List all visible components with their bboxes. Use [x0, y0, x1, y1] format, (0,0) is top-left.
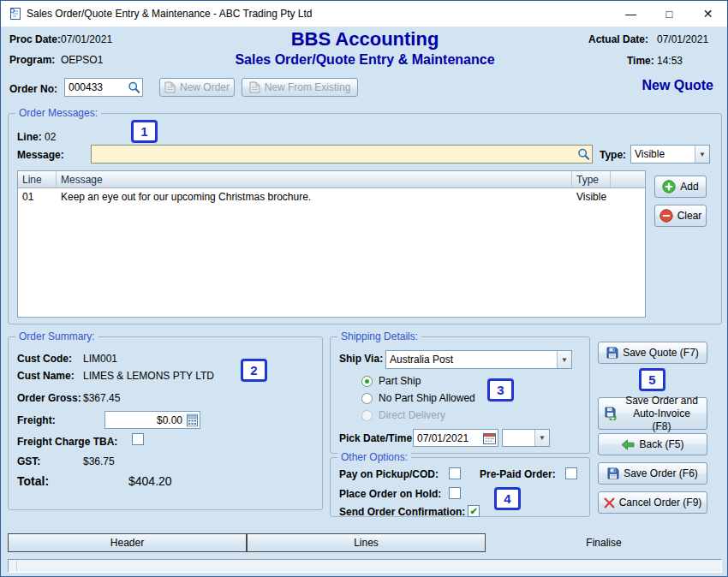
- ship-via-dropdown[interactable]: Australia Post ▼: [385, 350, 572, 369]
- back-button-label: Back (F5): [639, 438, 683, 450]
- search-icon[interactable]: [577, 148, 590, 161]
- cust-code-label: Cust Code:: [17, 353, 72, 365]
- add-button[interactable]: Add: [654, 175, 707, 198]
- tab-header-label: Header: [110, 537, 144, 549]
- radio-no-part-ship[interactable]: [361, 393, 373, 404]
- app-window: Sales Order/Quote Entry & Maintenance - …: [0, 0, 728, 577]
- minus-circle-icon: [659, 209, 673, 223]
- pay-on-pickup-checkbox[interactable]: [449, 467, 461, 479]
- x-icon: [604, 497, 615, 509]
- row-message-value: Keep an eye out for our upcoming Christm…: [57, 191, 572, 203]
- freight-tba-label: Freight Charge TBA:: [17, 436, 117, 448]
- line-label: Line:: [17, 131, 42, 143]
- table-row[interactable]: 01 Keep an eye out for our upcoming Chri…: [18, 188, 645, 205]
- new-order-label: New Order: [180, 81, 230, 93]
- radio-direct-delivery: [361, 410, 373, 421]
- app-subtitle: Sales Order/Quote Entry & Maintenance: [1, 52, 728, 68]
- tab-finalise-label: Finalise: [586, 537, 621, 549]
- line-value: 02: [45, 131, 56, 143]
- clear-button[interactable]: Clear: [654, 205, 707, 227]
- annotation-1: 1: [131, 120, 158, 143]
- actual-date-label: Actual Date:: [588, 33, 648, 45]
- order-on-hold-label: Place Order on Hold:: [339, 488, 441, 500]
- close-icon: ✕: [703, 7, 713, 21]
- chevron-down-icon: ▼: [534, 430, 549, 446]
- ship-via-dropdown-value: Australia Post: [386, 351, 557, 368]
- column-header-type: Type: [572, 171, 611, 187]
- calculator-icon[interactable]: [187, 413, 198, 426]
- order-on-hold-checkbox[interactable]: [449, 487, 461, 499]
- freight-field: [104, 411, 200, 429]
- type-dropdown[interactable]: Visible ▼: [630, 145, 710, 164]
- calendar-icon[interactable]: [483, 432, 496, 444]
- save-quote-label: Save Quote (F7): [623, 347, 699, 359]
- messages-table-header: Line Message Type: [18, 171, 645, 188]
- new-from-existing-button: New From Existing: [242, 78, 358, 97]
- radio-no-part-ship-label: No Part Ship Allowed: [379, 392, 475, 404]
- radio-part-ship[interactable]: [361, 376, 373, 387]
- save-icon: [606, 347, 618, 359]
- time-value: 14:53: [657, 55, 683, 67]
- send-confirmation-checkbox[interactable]: ✔: [468, 505, 480, 517]
- send-confirmation-label: Send Order Confirmation:: [339, 506, 465, 518]
- order-gross-value: $367.45: [83, 392, 120, 404]
- row-type-value: Visible: [572, 191, 611, 203]
- shipping-details-group: Shipping Details: Ship Via: Australia Po…: [330, 336, 590, 454]
- back-button[interactable]: Back (F5): [598, 433, 707, 455]
- save-auto-invoice-button[interactable]: Save Order and Auto-Invoice (F8): [598, 397, 707, 430]
- shipping-details-group-label: Shipping Details:: [337, 330, 421, 342]
- type-label: Type:: [600, 149, 626, 161]
- status-bar-divider: [16, 561, 17, 571]
- check-icon: ✔: [469, 506, 477, 517]
- actual-date-value: 07/01/2021: [657, 33, 708, 45]
- annotation-5: 5: [639, 368, 665, 391]
- mode-indicator: New Quote: [641, 78, 713, 93]
- cancel-order-button[interactable]: Cancel Order (F9): [598, 491, 707, 514]
- other-options-group-label: Other Options:: [337, 451, 411, 463]
- tab-header[interactable]: Header: [8, 533, 247, 552]
- document-icon: [164, 81, 176, 93]
- radio-direct-delivery-label: Direct Delivery: [379, 409, 445, 421]
- order-gross-label: Order Gross:: [17, 392, 81, 404]
- tab-finalise[interactable]: Finalise: [486, 533, 722, 552]
- message-input[interactable]: [91, 145, 593, 164]
- total-value: $404.20: [128, 474, 172, 488]
- pick-time-dropdown-value: [503, 430, 534, 446]
- app-icon: [9, 7, 22, 21]
- add-button-label: Add: [680, 181, 698, 193]
- clear-button-label: Clear: [677, 210, 702, 222]
- arrow-left-icon: [621, 439, 635, 450]
- order-summary-group: Order Summary: Cust Code: LIM001 Cust Na…: [8, 336, 323, 510]
- cancel-order-label: Cancel Order (F9): [619, 497, 702, 509]
- radio-part-ship-label: Part Ship: [379, 375, 421, 387]
- titlebar: Sales Order/Quote Entry & Maintenance - …: [1, 1, 727, 27]
- pick-time-dropdown[interactable]: ▼: [502, 429, 550, 447]
- cust-code-value: LIM001: [83, 353, 117, 365]
- time-label: Time:: [627, 55, 654, 67]
- save-quote-button[interactable]: Save Quote (F7): [598, 342, 707, 364]
- prepaid-order-checkbox[interactable]: [565, 467, 577, 479]
- row-line-value: 01: [18, 191, 57, 203]
- order-messages-group: Order Messages: Line: 02 Message: Type: …: [8, 113, 722, 324]
- freight-tba-checkbox[interactable]: [132, 433, 144, 445]
- window-title: Sales Order/Quote Entry & Maintenance - …: [27, 8, 313, 20]
- document-icon: [249, 81, 260, 93]
- gst-label: GST:: [17, 455, 40, 467]
- prepaid-order-label: Pre-Paid Order:: [480, 468, 556, 480]
- save-order-button[interactable]: Save Order (F6): [598, 462, 707, 485]
- pick-date-time-label: Pick Date/Time:: [339, 432, 415, 444]
- cust-name-value: LIMES & LEMONS PTY LTD: [83, 370, 214, 382]
- ship-via-label: Ship Via:: [339, 353, 383, 365]
- tab-lines[interactable]: Lines: [247, 533, 486, 552]
- pay-on-pickup-label: Pay on Pickup/COD:: [339, 468, 439, 480]
- message-label: Message:: [17, 149, 64, 161]
- maximize-button[interactable]: □: [650, 1, 689, 27]
- close-button[interactable]: ✕: [689, 1, 727, 27]
- plus-circle-icon: [662, 180, 676, 193]
- minimize-button[interactable]: —: [612, 1, 650, 27]
- column-header-line: Line: [18, 171, 57, 187]
- freight-label: Freight:: [17, 414, 56, 426]
- search-icon[interactable]: [128, 81, 140, 94]
- other-options-group: Other Options: Pay on Pickup/COD: Pre-Pa…: [330, 457, 590, 517]
- chevron-down-icon: ▼: [557, 351, 571, 368]
